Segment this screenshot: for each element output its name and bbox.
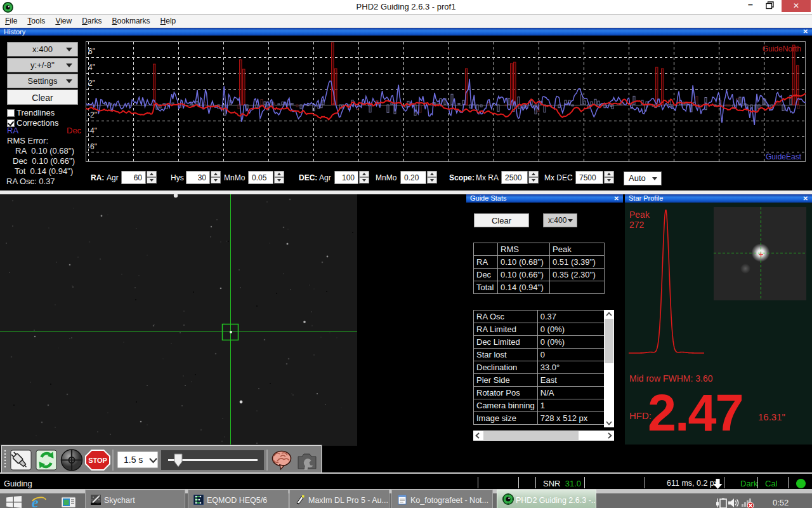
svg-text:e: e [32, 495, 39, 508]
svg-text:Peak: Peak [629, 210, 650, 220]
svg-text:1.5 s: 1.5 s [124, 455, 143, 465]
svg-text:Mid row FWHM: 3.60: Mid row FWHM: 3.60 [629, 373, 713, 384]
svg-text:STOP: STOP [88, 457, 107, 464]
svg-text:2.47: 2.47 [648, 384, 743, 441]
svg-text:16.31": 16.31" [758, 411, 785, 422]
svg-text:272: 272 [629, 220, 645, 230]
